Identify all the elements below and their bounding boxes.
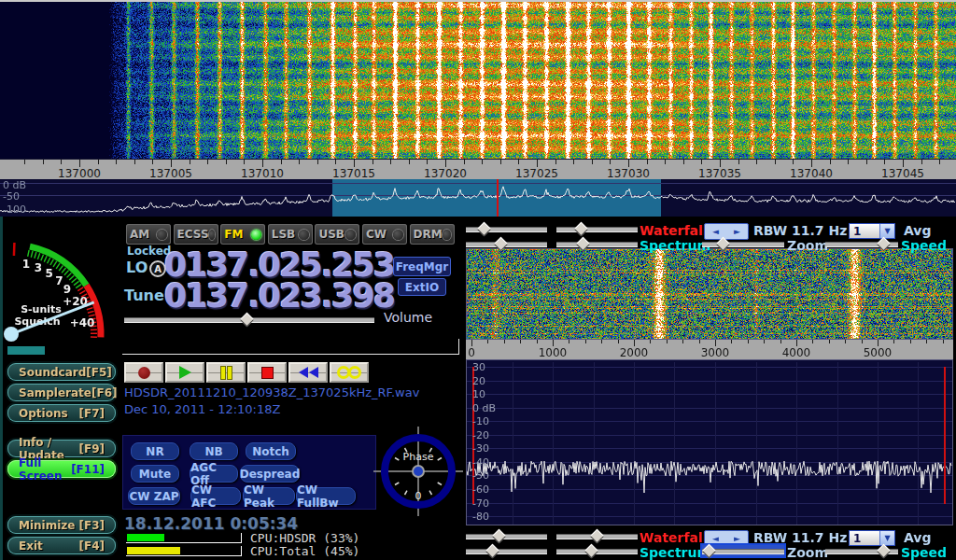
audio-waterfall-display[interactable] [466,248,953,340]
chevron-down-icon[interactable]: ▼ [879,531,894,545]
record-button[interactable] [124,362,163,383]
tune-frequency-display[interactable]: 0137.023.398 [164,277,394,315]
button-soundcard[interactable]: Soundcard[F5] [7,363,116,381]
ruler-tick [848,160,849,164]
tune-label: Tune [124,287,164,304]
ruler-tick [335,160,336,164]
dsp-button-nr[interactable]: NR [131,442,179,460]
ruler-tick [628,160,629,167]
rf-waterfall-canvas[interactable] [0,2,956,159]
spectrum-contrast-slider-thumb[interactable] [584,544,599,559]
pause-icon [221,367,232,379]
svg-text:3: 3 [35,261,42,274]
drm-led-icon [443,230,451,240]
waterfall-label: Waterfall [640,531,708,544]
mode-button-am[interactable]: AM [126,224,171,245]
zoom-slider[interactable] [702,545,784,556]
spectrum-brightness-slider[interactable] [466,545,547,556]
usb-led-icon [345,230,356,240]
spectrum-brightness-slider-thumb[interactable] [485,544,500,559]
waterfall-contrast-slider-thumb[interactable] [573,222,588,237]
zoom-slider-thumb[interactable] [701,544,716,559]
cpu-hdsdr-bar [126,533,242,543]
mode-button-usb[interactable]: USB [315,224,359,245]
waterfall-brightness-slider-thumb[interactable] [492,529,507,544]
loop-icon [337,366,361,379]
waterfall-brightness-slider[interactable] [466,223,547,234]
play-button[interactable] [165,362,204,383]
rf-waterfall-display[interactable] [0,0,956,159]
dsp-button-nb[interactable]: NB [190,442,238,460]
ruler-tick [592,160,593,164]
freqmgr-button[interactable]: FreqMgr [393,257,451,276]
spinner-right-arrow-icon[interactable]: ► [726,224,748,239]
waterfall-contrast-slider-thumb[interactable] [590,529,605,544]
pause-button[interactable] [206,362,246,383]
waterfall-contrast-slider[interactable] [556,530,638,541]
dsp-button-cw-fullbw[interactable]: CW FullBw [296,487,356,505]
speed-slider-thumb[interactable] [877,237,892,252]
speed-slider-thumb[interactable] [877,544,892,559]
ruler-tick [553,340,554,346]
spectrum-contrast-slider[interactable] [556,238,638,249]
button-samplerate[interactable]: Samplerate[F6] [7,384,116,401]
rf-spectrum-display[interactable]: 0 dB-50-100 [0,179,956,217]
spectrum-contrast-slider-thumb[interactable] [576,237,591,252]
waterfall-brightness-slider[interactable] [466,530,547,541]
avg-select[interactable]: 1▼ [849,530,895,546]
zoom-slider-thumb[interactable] [716,237,731,252]
waterfall-contrast-slider[interactable] [556,223,638,234]
button-info-update[interactable]: Info / Update[F9] [7,440,116,457]
speed-slider[interactable] [825,545,898,556]
zoom-label: Zoom [787,546,828,559]
audio-spectrum-display[interactable]: 3020100 dB-10-20-30-40-50-60-70-80 [466,359,953,525]
dsp-button-cw-zap[interactable]: CW ZAP [128,487,180,505]
dsp-button-cw-peak[interactable]: CW Peak [243,487,295,505]
stop-button[interactable] [247,362,287,383]
dsp-button-agc-off[interactable]: AGC Off [190,465,238,483]
spectrum-contrast-slider[interactable] [556,545,638,556]
ruler-tick [893,340,894,343]
button-full-screen[interactable]: Full Screen[F11] [7,460,116,478]
button-options[interactable]: Options[F7] [7,404,116,422]
tune-frequency-marker[interactable] [497,179,499,217]
volume-slider[interactable] [124,314,374,325]
dsp-button-notch[interactable]: Notch [246,442,296,460]
spectrum-brightness-slider[interactable] [466,238,547,249]
dsp-button-cw-afc[interactable]: CW AFC [190,487,241,505]
volume-slider-thumb[interactable] [240,313,255,328]
squelch-level-bar[interactable] [7,346,45,355]
spectrum-brightness-slider-thumb[interactable] [494,237,509,252]
speed-slider[interactable] [825,238,898,249]
loop-button[interactable] [330,362,369,383]
button-exit[interactable]: Exit[F4] [7,537,116,554]
ruler-tick [390,160,391,164]
mode-button-fm[interactable]: FM [220,224,265,245]
mode-button-drm[interactable]: DRM [410,224,455,245]
phase-dial[interactable]: Phase 0 [373,427,463,516]
svg-text:5: 5 [46,267,53,280]
ruler-tick [281,160,282,164]
chevron-down-icon[interactable]: ▼ [879,224,894,238]
dsp-button-despread[interactable]: Despread [240,465,300,483]
dsp-button-mute[interactable]: Mute [131,465,179,483]
audio-frequency-ruler[interactable]: 010002000300040005000 [466,340,953,359]
phase-center-dot[interactable] [413,466,424,477]
audio-waterfall-canvas[interactable] [467,249,952,339]
mode-button-cw[interactable]: CW [362,224,407,245]
avg-select[interactable]: 1▼ [849,223,895,239]
waterfall-brightness-slider-thumb[interactable] [476,222,491,237]
db-label: -70 [472,498,489,510]
button-minimize[interactable]: Minimize[F3] [7,516,116,534]
spinner-right-arrow-icon[interactable]: ► [726,531,748,546]
recording-timestamp: Dec 10, 2011 - 12:10:18Z [124,402,280,416]
mode-button-lsb[interactable]: LSB [268,224,313,245]
extio-button[interactable]: ExtIO [398,278,446,296]
zoom-slider[interactable] [702,238,784,249]
db-label: -10 [472,416,489,427]
ruler-tick-label: 137005 [143,167,199,180]
rf-frequency-ruler[interactable]: 1370001370051370101370151370201370251370… [0,159,956,179]
rewind-button[interactable] [288,362,328,383]
cpu-hdsdr-text: CPU:HDSDR (33%) [250,531,359,545]
mode-button-ecss[interactable]: ECSS [174,224,218,245]
